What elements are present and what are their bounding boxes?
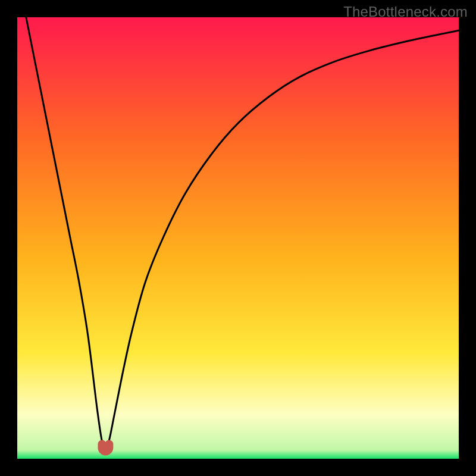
chart-frame: TheBottleneck.com [0, 0, 476, 476]
gradient-background [17, 17, 459, 459]
chart-svg [17, 17, 459, 459]
plot-area [17, 17, 459, 459]
optimum-marker [102, 444, 109, 452]
watermark-text: TheBottleneck.com [343, 4, 468, 20]
